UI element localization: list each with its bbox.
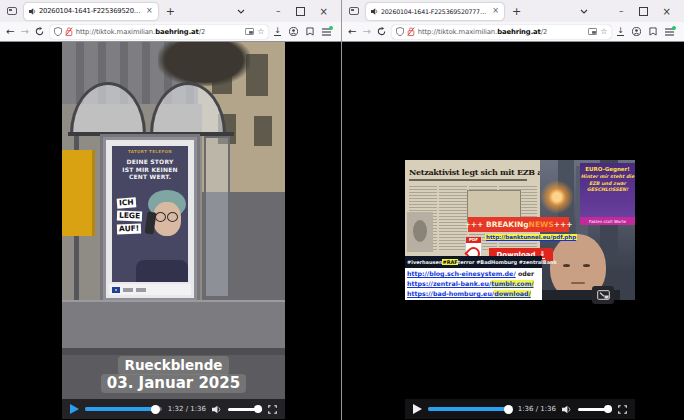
- tab-overview-icon[interactable]: [347, 4, 361, 18]
- newspaper-photo: [407, 212, 433, 252]
- euro-box-footer: Fakten statt Worte: [580, 217, 635, 225]
- list-tabs-chevron-icon[interactable]: [580, 9, 588, 14]
- account-icon[interactable]: [289, 27, 298, 36]
- forward-button[interactable]: →: [20, 27, 28, 37]
- window-close-button[interactable]: ×: [320, 6, 328, 17]
- extensions-icon[interactable]: [649, 27, 657, 36]
- back-button[interactable]: ←: [6, 27, 14, 37]
- picture-in-picture-icon[interactable]: [245, 28, 254, 35]
- yellow-panel: [62, 150, 95, 236]
- link-line[interactable]: https://zentral-bank.eu/tumblr.com/: [407, 279, 540, 289]
- url-text: http://tiktok.maximilian.baehring.at/2: [76, 28, 242, 36]
- volume-slider[interactable]: [578, 408, 612, 411]
- extensions-icon[interactable]: [306, 27, 314, 36]
- tab-bar: 20260104-1641-F2253695207773182 × + – ×: [342, 0, 684, 22]
- tab-audio-icon[interactable]: [29, 8, 36, 15]
- browser-window-left: 20260104-1641-F2253695207773182 × + – × …: [0, 0, 342, 420]
- navigation-toolbar: ← → http://tiktok.maximilian.baehring.at…: [342, 22, 684, 42]
- eye: [563, 264, 570, 267]
- forward-button[interactable]: →: [362, 27, 370, 37]
- navigation-toolbar: ← → http://tiktok.maximilian.baehring.at…: [0, 22, 341, 42]
- downloads-icon[interactable]: ↓: [617, 27, 624, 36]
- back-button[interactable]: ←: [348, 27, 356, 37]
- bookmark-star-icon[interactable]: ☆: [600, 27, 607, 36]
- shelter-glass-panel: [204, 136, 230, 298]
- new-tab-button[interactable]: +: [163, 6, 178, 17]
- window-controls: – ×: [619, 6, 679, 17]
- window-close-button[interactable]: ×: [663, 6, 671, 17]
- tab-bar: 20260104-1641-F2253695207773182 × + – ×: [0, 0, 341, 22]
- shield-icon[interactable]: [54, 27, 62, 36]
- menu-icon[interactable]: [665, 28, 674, 36]
- play-button[interactable]: [413, 404, 422, 414]
- newspaper-column: [439, 186, 467, 252]
- tab-close-icon[interactable]: ×: [146, 7, 153, 15]
- pip-toggle-button[interactable]: [592, 286, 614, 304]
- tab-close-icon[interactable]: ×: [492, 7, 499, 15]
- poster-logo: TATORT TELEFON: [112, 149, 188, 154]
- page-content: Netzaktivist legt sich mit EZB an: [342, 42, 684, 419]
- glasses-lens: [167, 212, 178, 222]
- reload-icon[interactable]: [377, 27, 386, 36]
- active-tab[interactable]: 20260104-1641-F2253695207773182 ×: [24, 3, 158, 20]
- insecure-lock-icon[interactable]: [407, 27, 415, 36]
- menu-icon[interactable]: [322, 28, 331, 36]
- url-text: http://tiktok.maximilian.baehring.at/2: [418, 28, 585, 36]
- browser-chrome: 20260104-1641-F2253695207773182 × + – × …: [342, 0, 684, 42]
- active-tab[interactable]: 20260104-1641-F2253695207773182 ×: [366, 3, 504, 20]
- window: [254, 116, 272, 146]
- progress-scrubber[interactable]: [151, 405, 160, 414]
- fullscreen-icon[interactable]: [268, 405, 277, 414]
- url-bar[interactable]: http://tiktok.maximilian.baehring.at/2 ☆: [50, 25, 269, 39]
- tab-audio-icon[interactable]: [371, 8, 378, 15]
- pdf-link[interactable]: http://banktunnel.eu/pdf.php: [485, 234, 577, 240]
- account-icon[interactable]: [632, 27, 641, 36]
- bookmark-star-icon[interactable]: ☆: [257, 27, 264, 36]
- volume-icon[interactable]: [212, 405, 222, 414]
- link-line[interactable]: https://bad-homburg.eu/download/: [407, 289, 540, 299]
- telephone-handset: [145, 211, 157, 234]
- picture-in-picture-icon[interactable]: [588, 28, 597, 35]
- volume-slider[interactable]: [228, 408, 262, 411]
- poster-mat: TATORT TELEFON DEINE STORY IST MIR KEINE…: [106, 140, 194, 298]
- maximize-button[interactable]: [639, 7, 648, 16]
- url-bar[interactable]: http://tiktok.maximilian.baehring.at/2 ☆: [392, 25, 612, 39]
- time-display: 1:32 / 1:36: [168, 405, 206, 413]
- insecure-lock-icon[interactable]: [65, 27, 73, 36]
- progress-bar[interactable]: [428, 407, 512, 411]
- mouth: [571, 282, 585, 284]
- video-player[interactable]: TATORT TELEFON DEINE STORY IST MIR KEINE…: [62, 42, 285, 419]
- time-display: 1:36 / 1:36: [518, 405, 556, 413]
- video-controls: 1:36 / 1:36: [405, 399, 635, 419]
- page-content: TATORT TELEFON DEINE STORY IST MIR KEINE…: [0, 42, 341, 419]
- minimize-button[interactable]: –: [276, 6, 281, 16]
- play-button[interactable]: [70, 404, 79, 414]
- caption-line: Rueckblende: [118, 356, 228, 375]
- tab-overview-icon[interactable]: [5, 4, 19, 18]
- video-caption-overlay: Rueckblende 03. Januar 2025: [62, 356, 285, 393]
- toolbar-icons: ↓: [617, 27, 678, 36]
- volume-icon[interactable]: [562, 405, 572, 414]
- video-controls: 1:32 / 1:36: [62, 399, 285, 419]
- maximize-button[interactable]: [296, 7, 305, 16]
- advertising-display: TATORT TELEFON DEINE STORY IST MIR KEINE…: [100, 134, 200, 304]
- poster: TATORT TELEFON DEINE STORY IST MIR KEINE…: [112, 146, 188, 282]
- reload-icon[interactable]: [35, 27, 44, 36]
- progress-bar[interactable]: [85, 407, 162, 411]
- fullscreen-icon[interactable]: [618, 405, 627, 414]
- volume-knob[interactable]: [254, 405, 262, 413]
- hashtag-strip: #iverhausen #RAFterror #BadHomburg #zent…: [405, 256, 542, 268]
- window-controls: – ×: [276, 6, 336, 17]
- downloads-icon[interactable]: ↓: [274, 27, 281, 36]
- new-tab-button[interactable]: +: [509, 6, 524, 17]
- minimize-button[interactable]: –: [619, 6, 624, 16]
- euro-box-title: EURO-Gegner!: [580, 166, 635, 172]
- volume-knob[interactable]: [604, 405, 612, 413]
- list-tabs-chevron-icon[interactable]: [237, 9, 245, 14]
- shield-icon[interactable]: [396, 27, 404, 36]
- progress-scrubber[interactable]: [504, 405, 513, 414]
- glasses-lens: [155, 212, 166, 222]
- video-player[interactable]: Netzaktivist legt sich mit EZB an: [405, 42, 635, 419]
- link-line[interactable]: http://blog.sch-einesystem.de/ oder: [407, 269, 540, 279]
- tab-title: 20260104-1641-F2253695207773182: [39, 7, 143, 15]
